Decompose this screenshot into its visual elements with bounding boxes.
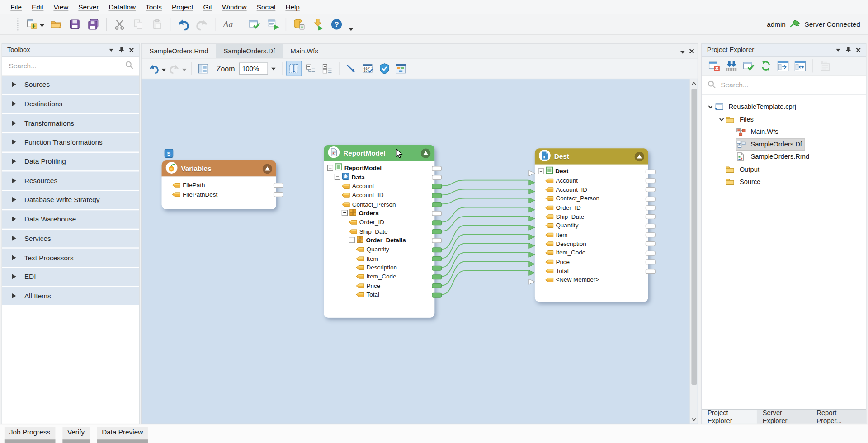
output-port-ship-date[interactable] [646, 214, 656, 219]
collapse-node-icon[interactable] [634, 151, 644, 161]
input-port-new-member[interactable] [528, 277, 534, 283]
expand-panel-all-button[interactable] [792, 58, 807, 74]
project-tree-item-sampleorders-rmd[interactable]: SampleOrders.Rmd [702, 151, 866, 163]
scroll-up-icon[interactable] [690, 79, 698, 87]
node-row-account-id[interactable]: Account_ID [535, 185, 648, 194]
node-row-contact-person[interactable]: Contact_Person [535, 194, 648, 203]
menu-item-edit[interactable]: Edit [27, 1, 48, 12]
auto-layout-button[interactable] [195, 61, 211, 76]
output-port-contact-person[interactable] [646, 196, 656, 201]
collapse-node-icon[interactable] [262, 164, 272, 174]
project-tree-item-files[interactable]: Files [702, 113, 866, 126]
zoom-input[interactable] [239, 62, 268, 75]
input-port-total[interactable] [528, 268, 534, 273]
node-header-reportmodel[interactable]: ReportModel [324, 145, 434, 161]
output-port-price[interactable] [646, 260, 656, 265]
node-row-new-member[interactable]: <New Member> [535, 275, 648, 284]
project-tree-item-reusabletemplate-cprj[interactable]: ReusableTemplate.cprj [702, 101, 866, 113]
paste-button[interactable] [148, 16, 166, 33]
project-tree-item-source[interactable]: Source [702, 175, 866, 188]
node-row-total[interactable]: Total [324, 290, 434, 299]
output-port-account[interactable] [432, 184, 442, 189]
expander-minus-icon[interactable] [327, 165, 333, 170]
toolbox-category-data-warehouse[interactable]: Data Warehouse [2, 210, 139, 229]
output-port-ship-date[interactable] [432, 229, 442, 234]
collapse-node-icon[interactable] [421, 148, 431, 158]
menu-item-git[interactable]: Git [198, 1, 217, 12]
toolbox-search-input[interactable] [8, 61, 121, 71]
node-row-price[interactable]: Price [535, 257, 648, 266]
tab-close-icon[interactable] [689, 46, 694, 56]
dataflow-canvas[interactable]: VariablesFilePathFilePathDestSReportMode… [141, 79, 698, 424]
menu-item-window[interactable]: Window [217, 1, 251, 12]
canvas-scrollbar[interactable] [690, 79, 698, 424]
data-preview-button[interactable]: 0100110 [360, 61, 375, 76]
expander-minus-icon[interactable] [342, 210, 348, 216]
redo-button[interactable] [168, 61, 187, 76]
remove-project-button[interactable] [706, 58, 722, 74]
node-row-data[interactable]: Data [324, 172, 434, 181]
input-port-ship-date[interactable] [528, 214, 534, 219]
redo-button[interactable] [193, 16, 211, 33]
output-port-orders[interactable] [432, 211, 442, 216]
output-port-item-code[interactable] [646, 250, 656, 255]
node-row-description[interactable]: Description [324, 263, 434, 272]
node-row-filepathdest[interactable]: FilePathDest [162, 189, 276, 199]
output-port-item-code[interactable] [432, 274, 442, 279]
node-row-filepath[interactable]: FilePath [162, 180, 276, 189]
output-port-dest[interactable] [646, 169, 656, 174]
node-row-order-id[interactable]: Order_ID [324, 217, 434, 226]
menu-item-help[interactable]: Help [280, 1, 305, 12]
menu-item-social[interactable]: Social [252, 1, 281, 12]
node-row-description[interactable]: Description [535, 239, 648, 248]
node-row-orders[interactable]: Orders [324, 208, 434, 217]
input-port-quantity[interactable] [528, 223, 534, 228]
expand-panel-button[interactable] [775, 58, 790, 74]
help-button[interactable]: ? [328, 16, 345, 33]
save-all-button[interactable] [85, 16, 102, 33]
node-row-reportmodel[interactable]: ReportModel [324, 163, 434, 172]
output-port-contact-person[interactable] [432, 202, 442, 207]
toolbox-category-database-write-strategy[interactable]: Database Write Strategy [2, 191, 139, 210]
node-row-quantity[interactable]: Quantity [535, 221, 648, 230]
expander-minus-icon[interactable] [538, 168, 544, 174]
copy-button[interactable] [130, 16, 147, 33]
output-port-account[interactable] [646, 178, 656, 183]
bottom-tab-verify[interactable]: Verify [62, 427, 90, 443]
properties-button[interactable] [817, 58, 832, 74]
node-variables[interactable]: VariablesFilePathFilePathDest [162, 160, 276, 209]
project-search-input[interactable] [720, 81, 860, 90]
verify-window-button[interactable] [245, 16, 263, 33]
zoom-caret-icon[interactable] [269, 62, 278, 75]
run-window-button[interactable] [264, 16, 282, 33]
expand-nodes-button[interactable] [286, 61, 302, 76]
output-port-account-id[interactable] [646, 187, 656, 192]
link-mode-button[interactable] [343, 61, 359, 76]
output-port-account-id[interactable] [432, 193, 442, 198]
menu-item-view[interactable]: View [48, 1, 73, 12]
toolbox-category-all-items[interactable]: All Items [2, 287, 139, 306]
input-port-description[interactable] [528, 241, 534, 246]
node-header-variables[interactable]: Variables [162, 160, 276, 177]
node-row-account[interactable]: Account [324, 181, 434, 190]
pin-icon[interactable] [844, 45, 853, 54]
output-port-reportmodel[interactable] [432, 166, 442, 171]
menu-item-server[interactable]: Server [73, 1, 104, 12]
output-port-total[interactable] [432, 292, 442, 297]
menu-item-tools[interactable]: Tools [141, 1, 167, 12]
node-reportmodel[interactable]: ReportModelReportModelDataAccountAccount… [324, 145, 434, 318]
chevron-down-icon[interactable] [107, 45, 116, 54]
toolbox-category-resources[interactable]: Resources [2, 172, 139, 191]
output-port-item[interactable] [432, 256, 442, 261]
verify-shield-button[interactable] [377, 61, 392, 76]
node-row-dest[interactable]: Dest [535, 167, 648, 176]
project-tree-item-sampleorders-df[interactable]: SampleOrders.Df [702, 138, 866, 151]
toolbox-category-transformations[interactable]: Transformations [2, 114, 139, 133]
scroll-down-icon[interactable] [690, 415, 698, 423]
input-port-item-code[interactable] [528, 250, 534, 255]
expander-minus-icon[interactable] [349, 237, 354, 243]
node-row-contact-person[interactable]: Contact_Person [324, 199, 434, 208]
node-row-quantity[interactable]: Quantity [324, 245, 434, 254]
input-port-order-id[interactable] [528, 205, 534, 210]
node-dest[interactable]: DestDestAccountAccount_IDContact_PersonO… [535, 148, 648, 302]
